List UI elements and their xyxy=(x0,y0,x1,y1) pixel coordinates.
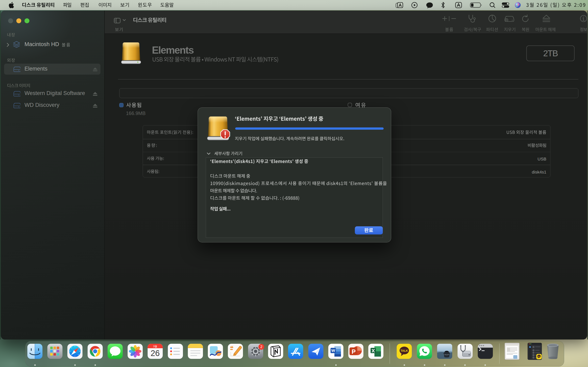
svg-text:TALK: TALK xyxy=(401,349,408,352)
svg-text:“: “ xyxy=(230,344,233,351)
svg-text:TALK: TALK xyxy=(537,356,540,357)
svg-text:26: 26 xyxy=(151,349,160,358)
svg-text:3월: 3월 xyxy=(153,345,157,348)
